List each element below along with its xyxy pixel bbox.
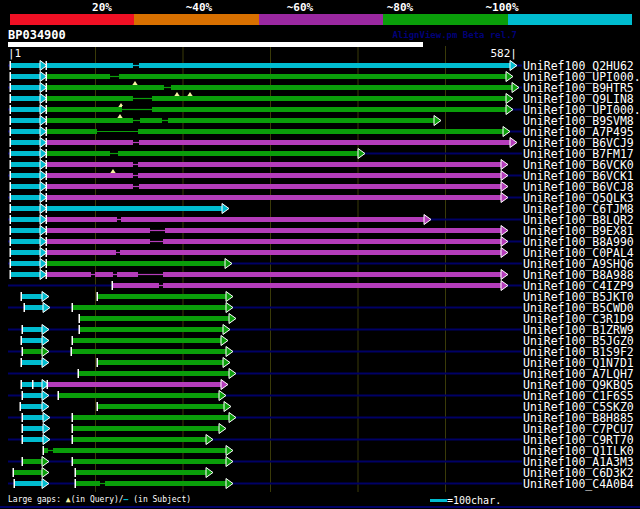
segment-start-tick xyxy=(10,127,12,136)
segment-start-tick xyxy=(46,226,48,235)
hsp-bar xyxy=(47,173,501,178)
gap-legend-mid: (in Query)/ xyxy=(71,495,124,504)
hsp-bar xyxy=(11,184,40,189)
gap-legend-suffix: (in Subject) xyxy=(128,495,191,504)
query-gap-triangle-icon xyxy=(132,81,138,86)
segment-start-tick xyxy=(97,402,99,411)
hsp-bar xyxy=(11,140,40,145)
hsp-bar xyxy=(47,239,501,244)
segment-start-tick xyxy=(46,105,48,114)
query-sequence-bar xyxy=(8,42,423,47)
segment-start-tick xyxy=(22,391,24,400)
hsp-bar xyxy=(98,294,226,299)
hsp-bar xyxy=(73,415,229,420)
hsp-bar xyxy=(11,195,40,200)
arrow-head-icon xyxy=(501,237,508,247)
segment-start-tick xyxy=(72,336,74,345)
hsp-bar xyxy=(11,206,40,211)
arrow-head-icon xyxy=(501,160,508,170)
hsp-bar xyxy=(80,316,229,321)
arrow-head-icon xyxy=(224,402,231,412)
gap-legend-prefix: Large gaps: xyxy=(8,495,66,504)
arrow-head-icon xyxy=(503,127,510,137)
segment-start-tick xyxy=(22,457,24,466)
hsp-bar xyxy=(59,393,219,398)
arrow-head-icon xyxy=(506,94,513,104)
segment-start-tick xyxy=(24,303,26,312)
segment-start-tick xyxy=(10,215,12,224)
identity-scale-label: ~100% xyxy=(485,1,518,14)
arrow-head-icon xyxy=(206,468,213,478)
hsp-bar xyxy=(23,459,42,464)
segment-start-tick xyxy=(72,457,74,466)
segment-start-tick xyxy=(22,325,24,334)
scale-legend-text: =100char. xyxy=(447,495,501,506)
identity-scale-segment-green xyxy=(383,14,508,25)
segment-start-tick xyxy=(46,248,48,257)
segment-start-tick xyxy=(47,380,49,389)
hsp-bar xyxy=(11,96,40,101)
hsp-bar xyxy=(47,228,501,233)
arrow-head-icon xyxy=(501,270,508,280)
arrow-head-icon xyxy=(506,72,513,82)
arrow-head-icon xyxy=(42,358,49,368)
alignment-row: UniRef100_C4A0B4 xyxy=(8,477,634,491)
arrow-head-icon xyxy=(43,303,50,313)
segment-start-tick xyxy=(46,94,48,103)
hsp-bar xyxy=(98,404,224,409)
hsp-bar xyxy=(47,261,225,266)
segment-start-tick xyxy=(10,193,12,202)
identity-scale-label: 20% xyxy=(92,1,112,14)
hsp-bar xyxy=(80,327,223,332)
segment-start-tick xyxy=(14,479,16,488)
identity-scale-segment-orange xyxy=(134,14,259,25)
arrow-head-icon xyxy=(501,182,508,192)
segment-start-tick xyxy=(72,435,74,444)
segment-start-tick xyxy=(46,138,48,147)
scale-legend: =100char. xyxy=(430,494,501,506)
arrow-head-icon xyxy=(43,413,50,423)
arrow-head-icon xyxy=(43,435,50,445)
arrow-head-icon xyxy=(501,171,508,181)
hsp-bar xyxy=(47,250,501,255)
gap-legend: Large gaps: ▲(in Query)/– (in Subject) xyxy=(8,495,191,504)
hsp-bar xyxy=(76,470,206,475)
hsp-bar xyxy=(73,426,219,431)
segment-start-tick xyxy=(72,413,74,422)
hsp-bar xyxy=(44,448,226,453)
hsp-bar xyxy=(21,404,42,409)
hsp-bar xyxy=(98,360,223,365)
segment-start-tick xyxy=(97,358,99,367)
arrow-head-icon xyxy=(506,105,513,115)
identity-scale-segment-cyan xyxy=(508,14,632,25)
hsp-bar xyxy=(11,107,40,112)
segment-start-tick xyxy=(10,160,12,169)
arrow-head-icon xyxy=(42,391,49,401)
query-gap-triangle-icon xyxy=(174,92,180,97)
arrow-head-icon xyxy=(206,435,213,445)
segment-start-tick xyxy=(22,424,24,433)
segment-start-tick xyxy=(10,270,12,279)
arrow-head-icon xyxy=(222,204,229,214)
arrow-head-icon xyxy=(223,358,230,368)
arrow-head-icon xyxy=(510,61,517,71)
arrow-head-icon xyxy=(42,325,49,335)
segment-start-tick xyxy=(21,336,23,345)
arrow-head-icon xyxy=(226,457,233,467)
hsp-bar xyxy=(47,206,222,211)
arrow-head-icon xyxy=(226,292,233,302)
segment-start-tick xyxy=(58,391,60,400)
hsp-bar xyxy=(22,360,42,365)
segment-start-tick xyxy=(10,72,12,81)
hsp-bar xyxy=(47,140,510,145)
hsp-bar xyxy=(48,382,221,387)
arrow-head-icon xyxy=(229,314,236,324)
segment-start-tick xyxy=(32,380,34,389)
segment-start-tick xyxy=(10,116,12,125)
segment-start-tick xyxy=(46,215,48,224)
identity-scale-label: ~80% xyxy=(387,1,414,14)
hsp-bar xyxy=(11,118,40,123)
segment-start-tick xyxy=(10,171,12,180)
hsp-bar xyxy=(73,338,221,343)
segment-start-tick xyxy=(22,435,24,444)
